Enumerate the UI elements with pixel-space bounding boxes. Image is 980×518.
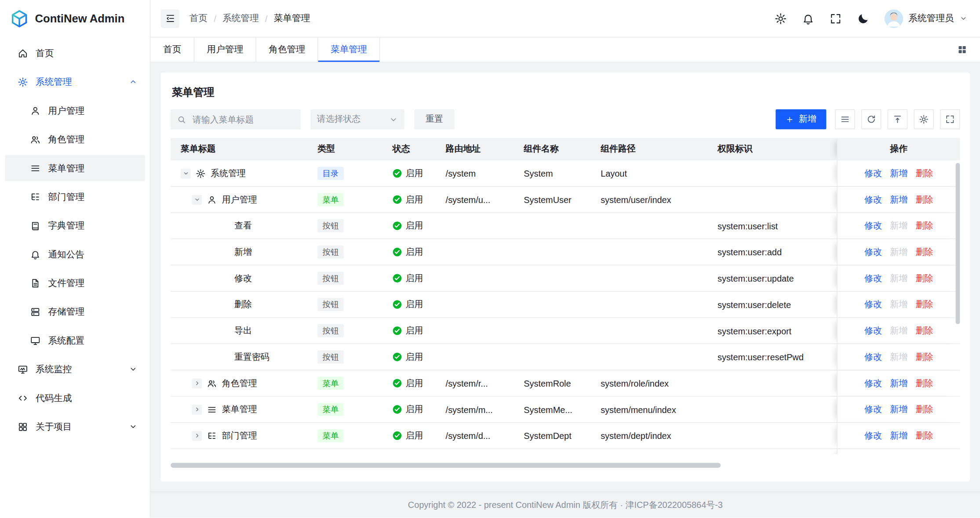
- tab-user-mgmt[interactable]: 用户管理: [194, 37, 256, 62]
- search-box[interactable]: [171, 109, 301, 129]
- delete-link[interactable]: 删除: [916, 220, 933, 232]
- column-settings-button[interactable]: [914, 109, 933, 129]
- view-list-button[interactable]: [835, 109, 855, 129]
- user-menu[interactable]: 系统管理员: [884, 9, 968, 28]
- breadcrumb-home[interactable]: 首页: [189, 12, 208, 24]
- cell-menu-title: 部门管理: [171, 423, 307, 448]
- expand-toggle-icon[interactable]: [181, 168, 191, 178]
- cell-status: 启用: [383, 423, 436, 448]
- collapse-sidebar-button[interactable]: [160, 9, 179, 28]
- edit-link[interactable]: 修改: [864, 246, 882, 258]
- cell-type: 按钮: [307, 239, 383, 264]
- cell-operations: 修改 新增 删除: [837, 213, 960, 239]
- tab-home[interactable]: 首页: [151, 37, 195, 62]
- sidebar-item-system-config[interactable]: 系统配置: [5, 327, 145, 354]
- cell-permission: [707, 187, 837, 212]
- status-badge: 启用: [393, 351, 423, 363]
- edit-link[interactable]: 修改: [864, 299, 882, 310]
- expand-toggle-icon[interactable]: [192, 195, 202, 205]
- add-link[interactable]: 新增: [890, 430, 907, 442]
- edit-link[interactable]: 修改: [864, 377, 882, 389]
- sidebar-item-role-mgmt[interactable]: 角色管理: [5, 126, 145, 152]
- home-icon: [18, 48, 28, 58]
- delete-link[interactable]: 删除: [916, 273, 933, 284]
- add-link[interactable]: 新增: [890, 325, 907, 337]
- edit-link[interactable]: 修改: [864, 168, 882, 179]
- table-fullscreen-button[interactable]: [940, 109, 960, 129]
- delete-link[interactable]: 删除: [916, 168, 933, 179]
- delete-link[interactable]: 删除: [916, 299, 933, 310]
- refresh-button[interactable]: [861, 109, 881, 129]
- gear-icon: [196, 168, 206, 178]
- cell-type: [307, 449, 383, 454]
- tab-menu-mgmt[interactable]: 菜单管理: [318, 37, 380, 62]
- sidebar-group-about[interactable]: 关于项目: [5, 413, 145, 440]
- fullscreen-icon[interactable]: [829, 12, 842, 25]
- sidebar-item-menu-mgmt[interactable]: 菜单管理: [5, 155, 145, 181]
- delete-link[interactable]: 删除: [916, 430, 933, 442]
- expand-toggle-icon[interactable]: [192, 431, 202, 441]
- check-circle-icon: [393, 274, 402, 283]
- type-badge: 菜单: [317, 403, 344, 416]
- sidebar-item-label: 首页: [36, 47, 54, 59]
- edit-link[interactable]: 修改: [864, 194, 882, 205]
- expand-toggle-icon[interactable]: [192, 378, 202, 388]
- add-link[interactable]: 新增: [890, 168, 907, 179]
- sidebar-item-dept-mgmt[interactable]: 部门管理: [5, 184, 145, 210]
- sidebar-item-dict-mgmt[interactable]: 字典管理: [5, 212, 145, 239]
- sidebar-item-user-mgmt[interactable]: 用户管理: [5, 98, 145, 124]
- row-height-button[interactable]: [888, 109, 907, 129]
- edit-link[interactable]: 修改: [864, 404, 882, 415]
- cell-component-name: [514, 344, 591, 369]
- vertical-scrollbar-thumb[interactable]: [956, 163, 960, 324]
- add-link[interactable]: 新增: [890, 299, 907, 310]
- sidebar-item-notice[interactable]: 通知公告: [5, 241, 145, 268]
- search-input[interactable]: [191, 114, 295, 125]
- add-link[interactable]: 新增: [890, 404, 907, 415]
- add-button[interactable]: 新增: [776, 109, 826, 129]
- edit-link[interactable]: 修改: [864, 430, 882, 442]
- cell-permission: system:user:add: [707, 239, 837, 264]
- horizontal-scrollbar-thumb[interactable]: [171, 463, 721, 467]
- edit-link[interactable]: 修改: [864, 351, 882, 363]
- delete-link[interactable]: 删除: [916, 351, 933, 363]
- menu-icon: [207, 404, 217, 414]
- delete-link[interactable]: 删除: [916, 377, 933, 389]
- settings-gear-icon[interactable]: [774, 12, 787, 25]
- delete-link[interactable]: 删除: [916, 325, 933, 337]
- check-circle-icon: [393, 169, 402, 178]
- delete-link[interactable]: 删除: [916, 194, 933, 205]
- reset-button[interactable]: 重置: [415, 109, 455, 129]
- sidebar-group-system-mgmt[interactable]: 系统管理: [5, 69, 145, 95]
- edit-link[interactable]: 修改: [864, 325, 882, 337]
- sidebar-item-file-mgmt[interactable]: 文件管理: [5, 270, 145, 296]
- sidebar-group-system-monitor[interactable]: 系统监控: [5, 356, 145, 382]
- status-select[interactable]: 请选择状态: [311, 109, 404, 129]
- delete-link[interactable]: 删除: [916, 246, 933, 258]
- breadcrumb-system-mgmt[interactable]: 系统管理: [222, 12, 259, 24]
- expand-toggle-icon[interactable]: [192, 404, 202, 414]
- status-text: 启用: [406, 325, 423, 337]
- tab-role-mgmt[interactable]: 角色管理: [256, 37, 318, 62]
- notification-bell-icon[interactable]: [801, 12, 814, 25]
- cell-permission: [707, 449, 837, 454]
- add-link[interactable]: 新增: [890, 377, 907, 389]
- edit-link[interactable]: 修改: [864, 273, 882, 284]
- add-link[interactable]: 新增: [890, 220, 907, 232]
- gear-icon: [18, 76, 28, 87]
- edit-link[interactable]: 修改: [864, 220, 882, 232]
- add-link[interactable]: 新增: [890, 194, 907, 205]
- bell-icon: [30, 249, 40, 260]
- add-link[interactable]: 新增: [890, 351, 907, 363]
- sidebar-item-home[interactable]: 首页: [5, 40, 145, 66]
- dark-mode-moon-icon[interactable]: [856, 12, 869, 25]
- sidebar-item-code-gen[interactable]: 代码生成: [5, 385, 145, 411]
- delete-link[interactable]: 删除: [916, 404, 933, 415]
- sidebar-item-storage-mgmt[interactable]: 存储管理: [5, 299, 145, 325]
- tab-list-button[interactable]: [953, 40, 972, 59]
- status-badge: 启用: [393, 404, 423, 415]
- cell-type: 菜单: [307, 397, 383, 422]
- add-link[interactable]: 新增: [890, 246, 907, 258]
- add-link[interactable]: 新增: [890, 273, 907, 284]
- col-route: 路由地址: [436, 138, 514, 160]
